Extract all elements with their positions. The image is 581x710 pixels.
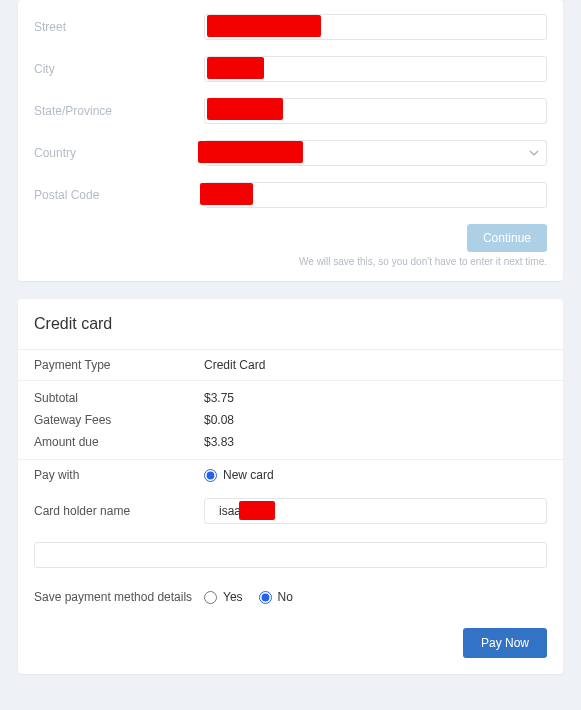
section-title: Credit card: [18, 299, 563, 350]
due-label: Amount due: [34, 435, 204, 449]
fees-value: $0.08: [204, 413, 547, 427]
paywith-label: Pay with: [34, 468, 204, 482]
continue-button[interactable]: Continue: [467, 224, 547, 252]
cardholder-input[interactable]: [204, 498, 547, 524]
fees-label: Gateway Fees: [34, 413, 204, 427]
paywith-newcard-label: New card: [223, 468, 274, 482]
street-label: Street: [34, 20, 204, 34]
state-input[interactable]: [204, 98, 547, 124]
save-yes-label: Yes: [223, 590, 243, 604]
country-label: Country: [34, 146, 204, 160]
city-input[interactable]: [204, 56, 547, 82]
due-value: $3.83: [204, 435, 547, 449]
helper-text: We will save this, so you don't have to …: [18, 252, 563, 267]
paywith-newcard-radio[interactable]: [204, 469, 217, 482]
save-method-label: Save payment method details: [34, 590, 204, 604]
postal-input[interactable]: [204, 182, 547, 208]
save-no-radio[interactable]: [259, 591, 272, 604]
payment-type-value: Credit Card: [204, 358, 547, 372]
postal-label: Postal Code: [34, 188, 204, 202]
subtotal-value: $3.75: [204, 391, 547, 405]
state-label: State/Province: [34, 104, 204, 118]
pay-now-button[interactable]: Pay Now: [463, 628, 547, 658]
card-number-input[interactable]: [34, 542, 547, 568]
payment-type-label: Payment Type: [34, 358, 204, 372]
cardholder-label: Card holder name: [34, 504, 204, 518]
city-label: City: [34, 62, 204, 76]
save-no-label: No: [278, 590, 293, 604]
street-input[interactable]: [204, 14, 547, 40]
subtotal-label: Subtotal: [34, 391, 204, 405]
save-yes-radio[interactable]: [204, 591, 217, 604]
country-select[interactable]: [204, 140, 547, 166]
